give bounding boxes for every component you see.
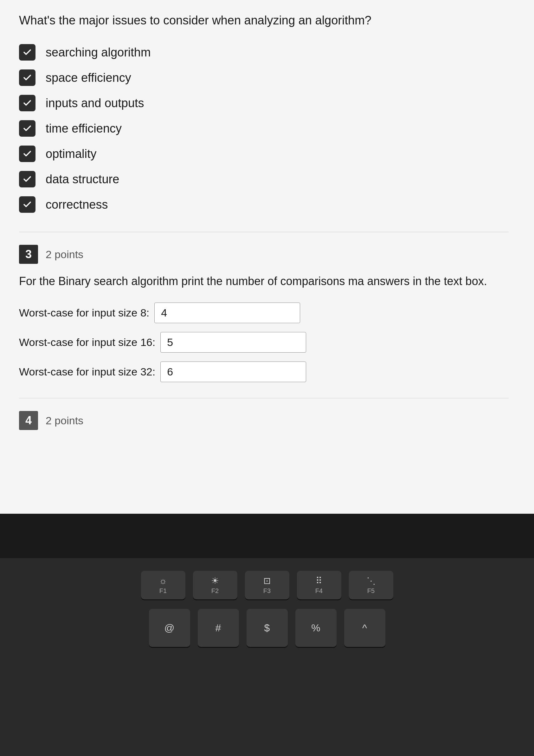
option-label-2: space efficiency	[46, 71, 131, 85]
checkbox-question-text: What's the major issues to consider when…	[19, 13, 509, 28]
f1-label: F1	[159, 587, 167, 595]
f5-label: F5	[367, 587, 375, 595]
input-label-2: Worst-case for input size 16:	[19, 336, 155, 348]
f4-key[interactable]: ⠿ F4	[297, 571, 341, 599]
f3-label: F3	[263, 587, 271, 595]
f2-label: F2	[211, 587, 219, 595]
question-3-badge: 3	[19, 245, 38, 264]
at-symbol: @	[164, 622, 174, 634]
checkbox-checked-icon[interactable]	[19, 171, 36, 187]
option-label-7: correctness	[46, 198, 108, 211]
caret-symbol: ^	[362, 622, 367, 634]
checkbox-checked-icon[interactable]	[19, 120, 36, 137]
input-row-1: Worst-case for input size 8:	[19, 303, 509, 323]
section-divider	[19, 232, 509, 232]
list-item[interactable]: space efficiency	[19, 69, 509, 86]
hash-key[interactable]: #	[198, 609, 239, 647]
checkbox-checked-icon[interactable]	[19, 196, 36, 213]
at-key[interactable]: @	[149, 609, 190, 647]
question-4-badge: 4	[19, 411, 38, 430]
input-size-16[interactable]	[160, 332, 306, 353]
f4-icon: ⠿	[316, 576, 322, 586]
option-label-5: optimality	[46, 147, 97, 161]
f5-icon: ⋱	[367, 576, 375, 586]
checkbox-checked-icon[interactable]	[19, 44, 36, 61]
checkbox-checked-icon[interactable]	[19, 146, 36, 162]
list-item[interactable]: searching algorithm	[19, 44, 509, 61]
dollar-key[interactable]: $	[246, 609, 288, 647]
list-item[interactable]: correctness	[19, 196, 509, 213]
f3-icon: ⊡	[263, 576, 271, 586]
checkbox-list: searching algorithm space efficiency	[19, 44, 509, 213]
checkbox-question: What's the major issues to consider when…	[19, 13, 509, 213]
question-4-points: 2 points	[46, 415, 83, 427]
question-4-preview: 4 2 points	[19, 411, 509, 430]
option-label-6: data structure	[46, 173, 119, 186]
percent-symbol: %	[311, 622, 320, 634]
screen: What's the major issues to consider when…	[0, 0, 534, 514]
list-item[interactable]: inputs and outputs	[19, 95, 509, 111]
input-size-32[interactable]	[160, 362, 306, 382]
question-3-block: 3 2 points For the Binary search algorit…	[19, 245, 509, 382]
checkbox-checked-icon[interactable]	[19, 69, 36, 86]
keyboard: ☼ F1 ☀ F2 ⊡ F3 ⠿ F4 ⋱ F5 @ # $ %	[0, 558, 534, 756]
list-item[interactable]: time efficiency	[19, 120, 509, 137]
input-size-8[interactable]	[154, 303, 300, 323]
input-label-1: Worst-case for input size 8:	[19, 307, 149, 319]
option-label-3: inputs and outputs	[46, 96, 144, 110]
section-divider-2	[19, 398, 509, 398]
f2-icon: ☀	[211, 576, 219, 586]
input-row-3: Worst-case for input size 32:	[19, 362, 509, 382]
question-3-body: For the Binary search algorithm print th…	[19, 273, 509, 290]
input-label-3: Worst-case for input size 32:	[19, 365, 155, 378]
option-label-4: time efficiency	[46, 122, 122, 135]
list-item[interactable]: optimality	[19, 146, 509, 162]
input-row-2: Worst-case for input size 16:	[19, 332, 509, 353]
f5-key[interactable]: ⋱ F5	[349, 571, 393, 599]
f1-icon: ☼	[159, 576, 167, 586]
f3-key[interactable]: ⊡ F3	[245, 571, 289, 599]
fn-key-row: ☼ F1 ☀ F2 ⊡ F3 ⠿ F4 ⋱ F5	[19, 571, 515, 599]
caret-key[interactable]: ^	[344, 609, 385, 647]
question-3-points: 2 points	[46, 248, 83, 261]
percent-key[interactable]: %	[295, 609, 337, 647]
checkbox-checked-icon[interactable]	[19, 95, 36, 111]
hash-symbol: #	[216, 622, 221, 634]
f1-key[interactable]: ☼ F1	[141, 571, 185, 599]
f4-label: F4	[315, 587, 323, 595]
char-key-row: @ # $ % ^	[19, 609, 515, 647]
f2-key[interactable]: ☀ F2	[193, 571, 237, 599]
dollar-symbol: $	[264, 622, 270, 634]
list-item[interactable]: data structure	[19, 171, 509, 187]
question-3-header: 3 2 points	[19, 245, 509, 264]
content-area: What's the major issues to consider when…	[0, 0, 534, 514]
option-label-1: searching algorithm	[46, 46, 151, 59]
